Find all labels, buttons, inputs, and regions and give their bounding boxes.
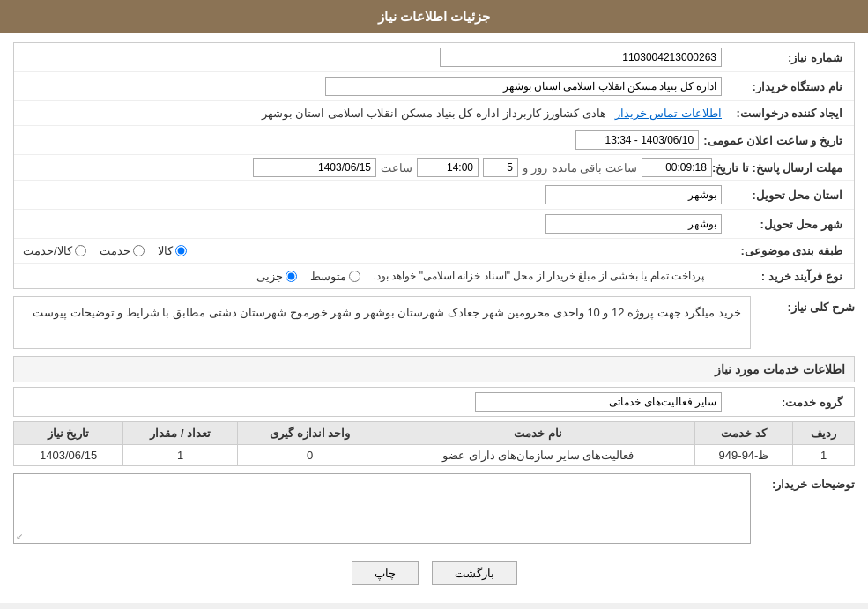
radio-motevaset[interactable]: متوسط: [310, 270, 360, 283]
col-row: ردیف: [793, 422, 855, 445]
announce-date-value: [19, 129, 703, 152]
remaining-time-label: ساعت باقی مانده: [552, 161, 637, 175]
remaining-time-input: [642, 158, 712, 177]
created-by-row: ایجاد کننده درخواست: اطلاعات تماس خریدار…: [14, 101, 854, 126]
need-number-value: [19, 46, 726, 69]
table-row: 1 ظ-94-949 فعالیت‌های سایر سازمان‌های دا…: [14, 445, 855, 466]
radio-jozii-label: جزیی: [256, 270, 283, 283]
buyer-org-label: نام دستگاه خریدار:: [726, 80, 849, 93]
col-qty: تعداد / مقدار: [123, 422, 238, 445]
service-group-label: گروه خدمت:: [726, 396, 849, 409]
reply-time-input: [417, 158, 479, 177]
radio-jozii[interactable]: جزیی: [256, 270, 297, 283]
cell-code: ظ-94-949: [694, 445, 793, 466]
city-row: شهر محل تحویل:: [14, 210, 854, 239]
purchase-type-label: نوع فرآیند خرید :: [726, 270, 849, 283]
col-name: نام خدمت: [382, 422, 694, 445]
created-by-value: اطلاعات تماس خریدار هادی کشاورز کاربرداز…: [19, 105, 726, 122]
radio-khadamat[interactable]: خدمت: [100, 244, 145, 257]
col-unit: واحد اندازه گیری: [238, 422, 382, 445]
need-number-label: شماره نیاز:: [726, 51, 849, 64]
purchase-type-row: نوع فرآیند خرید : پرداخت تمام یا بخشی از…: [14, 264, 854, 288]
province-input: [545, 185, 722, 204]
radio-kala-khadamat-input[interactable]: [75, 245, 86, 256]
reply-time-label: ساعت: [381, 161, 412, 175]
need-desc-text: خرید میلگرد جهت پروژه 12 و 10 واحدی محرو…: [33, 306, 741, 319]
reply-deadline-row: مهلت ارسال پاسخ: تا تاریخ: ساعت باقی مان…: [14, 155, 854, 181]
col-date: تاریخ نیاز: [14, 422, 123, 445]
purchase-note: پرداخت تمام یا بخشی از مبلغ خریدار از مح…: [374, 270, 704, 282]
radio-kala-label: کالا: [158, 244, 173, 257]
need-desc-label: شرح کلی نیاز:: [758, 296, 855, 314]
created-by-label: ایجاد کننده درخواست:: [726, 107, 849, 120]
info-section: شماره نیاز: نام دستگاه خریدار: ایجاد کنن…: [13, 42, 855, 289]
buyer-org-value: [19, 75, 726, 98]
province-label: استان محل تحویل:: [726, 189, 849, 202]
buyer-org-input: [325, 77, 722, 96]
radio-kala-khadamat-label: کالا/خدمت: [23, 244, 72, 257]
back-button[interactable]: بازگشت: [432, 561, 517, 585]
radio-jozii-input[interactable]: [286, 271, 297, 282]
need-number-row: شماره نیاز:: [14, 43, 854, 72]
buyer-desc-label: توضیحات خریدار:: [758, 473, 855, 491]
cell-qty: 1: [123, 445, 238, 466]
service-group-input: [475, 392, 722, 412]
radio-kala[interactable]: کالا: [158, 244, 187, 257]
resize-icon: ↙: [16, 531, 23, 541]
radio-khadamat-label: خدمت: [100, 244, 130, 257]
radio-kala-khadamat[interactable]: کالا/خدمت: [23, 244, 86, 257]
need-number-input: [440, 48, 722, 67]
buyer-org-row: نام دستگاه خریدار:: [14, 72, 854, 101]
city-input: [545, 214, 722, 234]
category-label: طبقه بندی موضوعی:: [726, 244, 849, 257]
contact-link[interactable]: اطلاعات تماس خریدار: [615, 107, 722, 120]
province-row: استان محل تحویل:: [14, 181, 854, 210]
buttons-row: بازگشت چاپ: [13, 553, 855, 594]
services-section-header: اطلاعات خدمات مورد نیاز: [13, 356, 855, 382]
announce-date-row: تاریخ و ساعت اعلان عمومی:: [14, 126, 854, 155]
radio-motevaset-label: متوسط: [310, 270, 346, 283]
need-desc-section: شرح کلی نیاز: خرید میلگرد جهت پروژه 12 و…: [13, 296, 855, 349]
radio-kala-input[interactable]: [175, 245, 187, 256]
radio-motevaset-input[interactable]: [349, 271, 360, 282]
cell-unit: 0: [238, 445, 382, 466]
reply-deadline-label: مهلت ارسال پاسخ: تا تاریخ:: [712, 161, 849, 175]
col-code: کد خدمت: [694, 422, 793, 445]
purchase-type-group: پرداخت تمام یا بخشی از مبلغ خریدار از مح…: [23, 270, 722, 283]
reply-days-input: [483, 158, 518, 177]
service-group-row: گروه خدمت:: [13, 387, 855, 417]
reply-days-label: روز و: [523, 161, 547, 175]
cell-row: 1: [793, 445, 855, 466]
radio-khadamat-input[interactable]: [133, 245, 145, 256]
print-button[interactable]: چاپ: [352, 561, 419, 585]
city-label: شهر محل تحویل:: [726, 218, 849, 231]
cell-date: 1403/06/15: [14, 445, 123, 466]
reply-date-input: [253, 158, 376, 177]
announce-date-label: تاریخ و ساعت اعلان عمومی:: [703, 134, 849, 147]
page-header: جزئیات اطلاعات نیاز: [0, 0, 868, 33]
need-desc-box: خرید میلگرد جهت پروژه 12 و 10 واحدی محرو…: [13, 296, 751, 349]
category-row: طبقه بندی موضوعی: کالا/خدمت خدمت: [14, 239, 854, 264]
category-radio-group: کالا/خدمت خدمت کالا: [23, 244, 722, 257]
announce-date-input: [575, 130, 699, 150]
service-table: ردیف کد خدمت نام خدمت واحد اندازه گیری ت…: [13, 421, 855, 466]
buyer-desc-area: ↙: [13, 473, 751, 544]
created-by-text: هادی کشاورز کاربرداز اداره کل بنیاد مسکن…: [262, 107, 606, 120]
buyer-desc-section: توضیحات خریدار: ↙: [13, 473, 855, 544]
cell-name: فعالیت‌های سایر سازمان‌های دارای عضو: [382, 445, 694, 466]
